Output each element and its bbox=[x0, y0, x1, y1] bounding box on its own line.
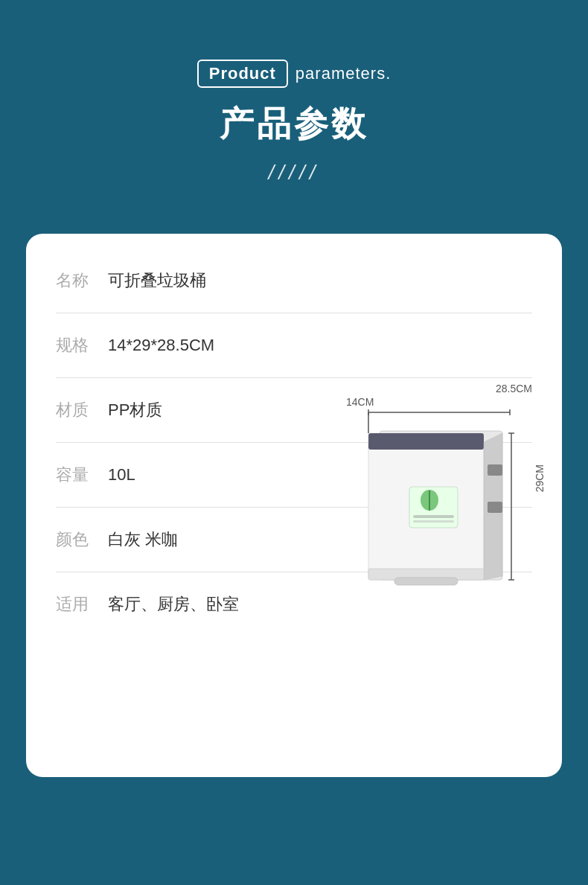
product-card: 名称 可折叠垃圾桶 规格 14*29*28.5CM 材质 PP材质 容量 10L… bbox=[26, 234, 562, 777]
row-label-name: 名称 bbox=[56, 269, 108, 292]
dim-height-label: 29CM bbox=[534, 464, 546, 492]
chinese-title: 产品参数 bbox=[220, 101, 368, 147]
slash-decoration: ///// bbox=[269, 161, 320, 185]
row-label-material: 材质 bbox=[56, 399, 108, 421]
svg-rect-18 bbox=[488, 464, 502, 476]
product-badge: Product bbox=[197, 60, 288, 88]
dim-depth-label: 28.5CM bbox=[496, 383, 532, 394]
product-image-container: 28.5CM 14CM 29CM bbox=[331, 383, 540, 606]
badge-row: Product parameters. bbox=[197, 60, 392, 88]
row-value-spec: 14*29*28.5CM bbox=[108, 336, 532, 355]
svg-rect-12 bbox=[394, 578, 458, 585]
header-section: Product parameters. 产品参数 ///// bbox=[0, 0, 588, 234]
row-value-name: 可折叠垃圾桶 bbox=[108, 269, 532, 292]
product-svg bbox=[346, 405, 517, 598]
svg-rect-16 bbox=[413, 515, 454, 518]
row-label-spec: 规格 bbox=[56, 334, 108, 357]
row-label-suitable: 适用 bbox=[56, 593, 108, 616]
svg-rect-17 bbox=[413, 520, 454, 523]
row-label-color: 颜色 bbox=[56, 528, 108, 551]
row-label-capacity: 容量 bbox=[56, 464, 108, 486]
svg-rect-9 bbox=[368, 433, 484, 450]
svg-rect-19 bbox=[488, 502, 502, 513]
parameters-text: parameters. bbox=[295, 64, 391, 83]
table-row: 名称 可折叠垃圾桶 bbox=[56, 249, 532, 313]
table-row: 规格 14*29*28.5CM bbox=[56, 313, 532, 378]
